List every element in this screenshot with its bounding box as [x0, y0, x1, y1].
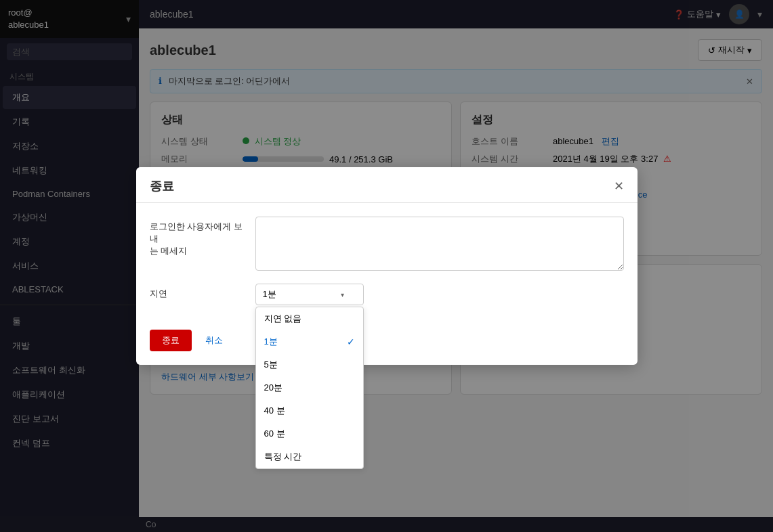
message-field [255, 217, 624, 273]
delay-option-40min[interactable]: 40 분 [256, 399, 363, 422]
modal-footer: 종료 취소 [136, 330, 638, 365]
delay-select-button[interactable]: 1분 ▾ [255, 284, 364, 305]
check-icon: ✓ [347, 336, 355, 347]
cancel-button[interactable]: 취소 [199, 330, 230, 351]
modal-close-button[interactable]: ✕ [614, 179, 624, 194]
delay-option-custom[interactable]: 특정 시간 [256, 445, 363, 468]
delay-option-none[interactable]: 지연 없음 [256, 307, 363, 330]
modal-title: 종료 [150, 178, 174, 194]
delay-label: 지연 [150, 284, 245, 300]
modal-overlay: 종료 ✕ 로그인한 사용자에게 보내 는 메세지 지연 1분 ▾ [0, 0, 773, 532]
delay-row: 지연 1분 ▾ 지연 없음 1분 [150, 284, 624, 305]
shutdown-modal: 종료 ✕ 로그인한 사용자에게 보내 는 메세지 지연 1분 ▾ [136, 167, 638, 365]
message-textarea[interactable] [255, 217, 624, 271]
delay-option-20min[interactable]: 20분 [256, 376, 363, 399]
delay-option-1min[interactable]: 1분 ✓ [256, 330, 363, 353]
delay-dropdown: 지연 없음 1분 ✓ 5분 20분 [255, 307, 364, 469]
delay-field: 1분 ▾ 지연 없음 1분 ✓ [255, 284, 624, 305]
confirm-shutdown-button[interactable]: 종료 [150, 330, 192, 351]
delay-option-5min[interactable]: 5분 [256, 353, 363, 376]
message-row: 로그인한 사용자에게 보내 는 메세지 [150, 217, 624, 273]
message-label: 로그인한 사용자에게 보내 는 메세지 [150, 217, 245, 258]
delay-selected-value: 1분 [263, 288, 276, 301]
modal-header: 종료 ✕ [136, 167, 638, 203]
select-arrow-icon: ▾ [341, 291, 344, 298]
delay-option-60min[interactable]: 60 분 [256, 422, 363, 445]
modal-body: 로그인한 사용자에게 보내 는 메세지 지연 1분 ▾ [136, 203, 638, 330]
delay-select-wrap: 1분 ▾ 지연 없음 1분 ✓ [255, 284, 364, 305]
